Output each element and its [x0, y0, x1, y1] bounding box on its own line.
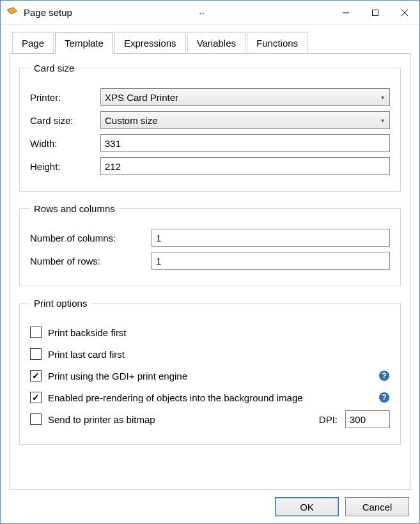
- maximize-button[interactable]: [361, 1, 390, 24]
- help-icon[interactable]: ?: [378, 370, 390, 381]
- cols-label: Number of columns:: [30, 233, 152, 243]
- height-input[interactable]: [100, 157, 390, 175]
- dpi-input[interactable]: [345, 410, 390, 428]
- svg-rect-1: [373, 10, 378, 15]
- width-label: Width:: [30, 138, 100, 149]
- cancel-button[interactable]: Cancel: [345, 497, 409, 516]
- checkbox-backside-first[interactable]: [30, 327, 42, 338]
- group-card-size-legend: Card size: [30, 63, 78, 73]
- checkbox-last-card-first[interactable]: [30, 348, 42, 360]
- height-label: Height:: [30, 161, 100, 172]
- cols-input[interactable]: [152, 229, 390, 247]
- chevron-down-icon: ▾: [381, 94, 384, 101]
- window-controls: [331, 1, 419, 24]
- group-rows-columns-legend: Rows and columns: [30, 203, 119, 214]
- rows-input[interactable]: [152, 252, 390, 270]
- label-prerender: Enabled pre-rendering of objects into th…: [48, 392, 303, 403]
- group-print-options-legend: Print options: [30, 298, 91, 309]
- window-title: Page setup: [24, 7, 72, 18]
- tab-variables[interactable]: Variables: [187, 32, 245, 53]
- label-as-bitmap: Send to printer as bitmap: [48, 414, 155, 425]
- tab-template[interactable]: Template: [55, 32, 113, 54]
- checkbox-prerender[interactable]: [30, 392, 42, 403]
- tab-expressions[interactable]: Expressions: [114, 32, 186, 53]
- label-last-card-first: Print last card first: [48, 349, 125, 360]
- cardsize-select[interactable]: Custom size ▾: [100, 111, 390, 129]
- label-gdi-plus: Print using the GDI+ print engine: [48, 371, 187, 381]
- checkbox-gdi-plus[interactable]: [30, 370, 42, 381]
- width-input[interactable]: [100, 134, 390, 152]
- printer-value: XPS Card Printer: [105, 92, 178, 103]
- chevron-down-icon: ▾: [381, 117, 384, 124]
- tab-strip: Page Template Expressions Variables Func…: [10, 31, 410, 54]
- group-card-size: Card size Printer: XPS Card Printer ▾ Ca…: [19, 63, 401, 192]
- printer-select[interactable]: XPS Card Printer ▾: [100, 88, 390, 106]
- app-icon: [6, 6, 19, 19]
- close-button[interactable]: [390, 1, 419, 24]
- rows-label: Number of rows:: [30, 256, 152, 266]
- tab-template-pane: Card size Printer: XPS Card Printer ▾ Ca…: [10, 54, 410, 490]
- dialog-footer: OK Cancel: [1, 490, 419, 523]
- svg-text:?: ?: [382, 393, 386, 402]
- group-rows-columns: Rows and columns Number of columns: Numb…: [19, 203, 401, 286]
- titlebar: Page setup ↔: [1, 1, 419, 25]
- tab-functions[interactable]: Functions: [247, 32, 307, 53]
- checkbox-as-bitmap[interactable]: [30, 413, 42, 425]
- cardsize-value: Custom size: [105, 115, 158, 126]
- label-backside-first: Print backside first: [48, 327, 127, 338]
- client-area: Page Template Expressions Variables Func…: [1, 25, 419, 490]
- group-print-options: Print options Print backside first Print…: [19, 298, 401, 445]
- cardsize-label: Card size:: [30, 115, 100, 126]
- minimize-button[interactable]: [331, 1, 361, 24]
- ok-button[interactable]: OK: [275, 497, 339, 516]
- help-icon[interactable]: ?: [378, 392, 390, 403]
- move-icon: ↔: [198, 8, 206, 17]
- svg-text:?: ?: [382, 371, 386, 380]
- tab-page[interactable]: Page: [12, 32, 54, 53]
- printer-label: Printer:: [30, 92, 100, 103]
- dpi-label: DPI:: [319, 414, 338, 425]
